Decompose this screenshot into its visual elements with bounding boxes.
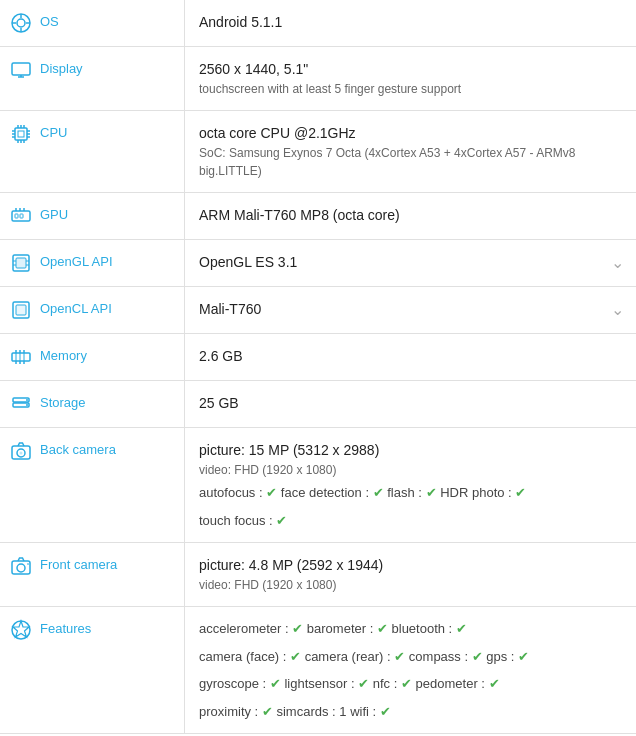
- label-text-gpu: GPU: [40, 205, 68, 222]
- row-gpu: GPUARM Mali-T760 MP8 (octa core): [0, 193, 636, 240]
- main-value-front-camera: picture: 4.8 MP (2592 x 1944): [199, 555, 622, 576]
- value-gpu: ARM Mali-T760 MP8 (octa core): [185, 193, 636, 239]
- sub-value-cpu: SoC: Samsung Exynos 7 Octa (4xCortex A53…: [199, 144, 622, 180]
- label-text-memory: Memory: [40, 346, 87, 363]
- label-text-cpu: CPU: [40, 123, 67, 140]
- row-storage: Storage25 GB: [0, 381, 636, 428]
- label-os: OS: [0, 0, 185, 46]
- opencl-icon: [10, 299, 32, 321]
- value-features: accelerometer : ✔ barometer : ✔ bluetoot…: [185, 607, 636, 733]
- main-value-gpu: ARM Mali-T760 MP8 (octa core): [199, 205, 622, 226]
- spec-table: OSAndroid 5.1.1Display2560 x 1440, 5.1"t…: [0, 0, 636, 734]
- main-value-cpu: octa core CPU @2.1GHz: [199, 123, 622, 144]
- svg-rect-30: [16, 258, 26, 268]
- value-os: Android 5.1.1: [185, 0, 636, 46]
- svg-rect-10: [18, 131, 24, 137]
- check-icon: ✔: [262, 704, 273, 719]
- label-features: Features: [0, 607, 185, 733]
- row-cpu: CPUocta core CPU @2.1GHzSoC: Samsung Exy…: [0, 111, 636, 193]
- label-text-opengl: OpenGL API: [40, 252, 113, 269]
- value-front-camera: picture: 4.8 MP (2592 x 1944)video: FHD …: [185, 543, 636, 606]
- label-gpu: GPU: [0, 193, 185, 239]
- label-text-storage: Storage: [40, 393, 86, 410]
- svg-rect-25: [20, 214, 23, 218]
- value-storage: 25 GB: [185, 381, 636, 427]
- front-camera-icon: [10, 555, 32, 577]
- value-cpu: octa core CPU @2.1GHzSoC: Samsung Exynos…: [185, 111, 636, 192]
- value-back-camera: picture: 15 MP (5312 x 2988)video: FHD (…: [185, 428, 636, 542]
- value-opengl[interactable]: OpenGL ES 3.1⌄: [185, 240, 636, 286]
- value-memory: 2.6 GB: [185, 334, 636, 380]
- main-value-display: 2560 x 1440, 5.1": [199, 59, 622, 80]
- label-display: Display: [0, 47, 185, 110]
- label-back-camera: Back camera: [0, 428, 185, 542]
- check-icon: ✔: [373, 485, 384, 500]
- label-text-front-camera: Front camera: [40, 555, 117, 572]
- value-display: 2560 x 1440, 5.1"touchscreen with at lea…: [185, 47, 636, 110]
- check-icon: ✔: [394, 649, 405, 664]
- row-display: Display2560 x 1440, 5.1"touchscreen with…: [0, 47, 636, 111]
- dropdown-arrow[interactable]: ⌄: [611, 251, 624, 275]
- memory-icon: [10, 346, 32, 368]
- back-camera-icon: [10, 440, 32, 462]
- main-value-memory: 2.6 GB: [199, 346, 622, 367]
- check-icon: ✔: [377, 621, 388, 636]
- feature-line-back-camera-0: autofocus : ✔ face detection : ✔ flash :…: [199, 483, 622, 503]
- check-icon: ✔: [290, 649, 301, 664]
- svg-point-53: [20, 452, 23, 455]
- check-icon: ✔: [472, 649, 483, 664]
- svg-rect-24: [15, 214, 18, 218]
- storage-icon: [10, 393, 32, 415]
- feature-line-features-1: camera (face) : ✔ camera (rear) : ✔ comp…: [199, 647, 622, 667]
- row-features: Featuresaccelerometer : ✔ barometer : ✔ …: [0, 607, 636, 734]
- features-icon: [10, 619, 32, 641]
- check-icon: ✔: [266, 485, 277, 500]
- check-icon: ✔: [276, 513, 287, 528]
- label-cpu: CPU: [0, 111, 185, 192]
- svg-point-49: [26, 399, 28, 401]
- feature-line-features-3: proximity : ✔ simcards : 1 wifi : ✔: [199, 702, 622, 722]
- cpu-icon: [10, 123, 32, 145]
- label-text-display: Display: [40, 59, 83, 76]
- check-icon: ✔: [426, 485, 437, 500]
- dropdown-arrow[interactable]: ⌄: [611, 298, 624, 322]
- check-icon: ✔: [401, 676, 412, 691]
- label-text-back-camera: Back camera: [40, 440, 116, 457]
- row-memory: Memory2.6 GB: [0, 334, 636, 381]
- label-memory: Memory: [0, 334, 185, 380]
- feature-line-back-camera-1: touch focus : ✔: [199, 511, 622, 531]
- main-value-back-camera: picture: 15 MP (5312 x 2988): [199, 440, 622, 461]
- row-opencl: OpenCL APIMali-T760⌄: [0, 287, 636, 334]
- sub-value-back-camera: video: FHD (1920 x 1080): [199, 461, 622, 479]
- check-icon: ✔: [380, 704, 391, 719]
- check-icon: ✔: [292, 621, 303, 636]
- value-opencl[interactable]: Mali-T760⌄: [185, 287, 636, 333]
- label-text-features: Features: [40, 619, 91, 636]
- check-icon: ✔: [515, 485, 526, 500]
- opengl-icon: [10, 252, 32, 274]
- feature-line-features-2: gyroscope : ✔ lightsensor : ✔ nfc : ✔ pe…: [199, 674, 622, 694]
- check-icon: ✔: [518, 649, 529, 664]
- check-icon: ✔: [270, 676, 281, 691]
- display-icon: [10, 59, 32, 81]
- svg-rect-36: [16, 305, 26, 315]
- label-text-os: OS: [40, 12, 59, 29]
- check-icon: ✔: [489, 676, 500, 691]
- sub-value-display: touchscreen with at least 5 finger gestu…: [199, 80, 622, 98]
- row-back-camera: Back camerapicture: 15 MP (5312 x 2988)v…: [0, 428, 636, 543]
- label-opencl: OpenCL API: [0, 287, 185, 333]
- label-storage: Storage: [0, 381, 185, 427]
- svg-point-57: [12, 621, 30, 639]
- svg-point-1: [17, 19, 25, 27]
- os-icon: [10, 12, 32, 34]
- sub-value-front-camera: video: FHD (1920 x 1080): [199, 576, 622, 594]
- main-value-os: Android 5.1.1: [199, 12, 622, 33]
- row-os: OSAndroid 5.1.1: [0, 0, 636, 47]
- svg-rect-9: [15, 128, 27, 140]
- main-value-opengl: OpenGL ES 3.1: [199, 252, 622, 273]
- svg-rect-6: [12, 63, 30, 75]
- check-icon: ✔: [358, 676, 369, 691]
- main-value-opencl: Mali-T760: [199, 299, 622, 320]
- gpu-icon: [10, 205, 32, 227]
- main-value-storage: 25 GB: [199, 393, 622, 414]
